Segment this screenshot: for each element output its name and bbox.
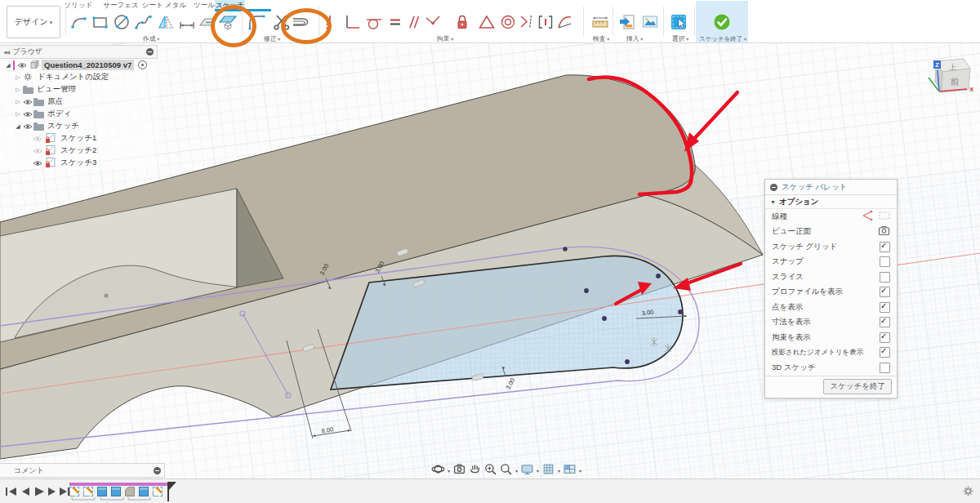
expander-icon[interactable]: ▷: [13, 87, 23, 93]
tree-row-bodies[interactable]: ▷ ボディ: [0, 108, 158, 120]
root-document-label[interactable]: Question4_20210509 v7: [42, 60, 134, 70]
lock-icon[interactable]: [452, 11, 473, 33]
eye-icon[interactable]: [23, 111, 33, 118]
concentric-constraint-icon[interactable]: [497, 11, 519, 33]
checkbox[interactable]: [880, 317, 890, 327]
tree-row-document-settings[interactable]: ▷ ドキュメントの設定: [0, 71, 158, 83]
eye-icon[interactable]: [23, 123, 33, 130]
checkbox[interactable]: [880, 347, 890, 358]
tree-row-sketches[interactable]: ◢ スケッチ: [0, 120, 158, 132]
checkbox[interactable]: [880, 272, 890, 283]
chevron-down-icon[interactable]: ▾: [448, 468, 450, 474]
tree-row-root[interactable]: ◢ Question4_20210509 v7: [0, 59, 158, 71]
eye-icon[interactable]: [17, 62, 28, 69]
insert-image-icon[interactable]: [639, 11, 661, 33]
select-icon[interactable]: [668, 11, 689, 33]
fix-constraint-icon[interactable]: [322, 11, 343, 33]
tree-row-sketch1[interactable]: スケッチ1: [0, 132, 158, 145]
viewports-icon[interactable]: [563, 462, 577, 479]
expander-icon[interactable]: ◢: [13, 123, 23, 130]
tree-row-view-management[interactable]: ▷ ビュー管理: [0, 83, 158, 96]
coincident-constraint-icon[interactable]: [422, 11, 443, 33]
construction-line-icon[interactable]: [879, 211, 890, 222]
tree-row-sketch3[interactable]: スケッチ3: [0, 157, 158, 169]
checkbox[interactable]: [880, 287, 890, 297]
midpoint-constraint-icon[interactable]: [535, 11, 556, 33]
activate-radio[interactable]: [138, 60, 147, 69]
pan-icon[interactable]: [468, 462, 482, 479]
tab-solid[interactable]: ソリッド: [62, 0, 95, 11]
measure-icon[interactable]: [590, 11, 611, 33]
chevron-down-icon[interactable]: ▾: [558, 468, 560, 474]
panel-minus-icon[interactable]: [154, 467, 161, 474]
display-settings-icon[interactable]: [520, 462, 534, 479]
look-at-icon[interactable]: [452, 462, 466, 479]
timeline-playhead[interactable]: [166, 481, 177, 502]
chevron-down-icon[interactable]: ▾: [579, 468, 581, 474]
panel-minus-icon[interactable]: [146, 48, 154, 56]
chevron-down-icon[interactable]: ▾: [537, 468, 539, 474]
checkbox[interactable]: [880, 302, 890, 313]
palette-header[interactable]: スケッチ パレット: [765, 180, 897, 195]
design-menu-button[interactable]: デザイン: [7, 6, 60, 38]
palette-section-options[interactable]: ▼ オプション: [765, 195, 897, 209]
group-label-constraints[interactable]: 拘束: [416, 35, 474, 42]
triangle-constraint-icon[interactable]: [476, 11, 497, 33]
expander-icon[interactable]: ▷: [13, 111, 23, 118]
eye-icon[interactable]: [23, 99, 33, 105]
timeline-feature-sketch[interactable]: [69, 487, 79, 496]
orbit-icon[interactable]: [431, 462, 445, 479]
grid-display-icon[interactable]: [541, 462, 555, 479]
tangent-constraint-icon[interactable]: [363, 11, 385, 33]
gear-icon[interactable]: [962, 485, 974, 501]
timeline-feature-extrude[interactable]: [111, 487, 121, 496]
dimension-icon[interactable]: [176, 11, 198, 33]
finish-sketch-palette-button[interactable]: スケッチを終了: [823, 379, 892, 394]
rectangle-icon[interactable]: [90, 11, 111, 33]
panel-minus-icon[interactable]: [770, 184, 777, 191]
timeline-feature-extrude[interactable]: [139, 487, 149, 496]
tree-row-sketch2[interactable]: スケッチ2: [0, 145, 158, 157]
timeline-feature-extrude[interactable]: [97, 487, 107, 496]
circle-diameter-icon[interactable]: [111, 11, 132, 33]
offset-icon[interactable]: [290, 11, 311, 33]
spline-icon[interactable]: [133, 11, 154, 33]
tab-surface[interactable]: サーフェス: [100, 0, 142, 11]
timeline-feature-fillet[interactable]: [125, 487, 135, 496]
finish-sketch-icon[interactable]: [711, 11, 733, 33]
expander-icon[interactable]: ◢: [3, 62, 13, 69]
zoom-icon[interactable]: [483, 462, 497, 479]
group-label-create[interactable]: 作成: [122, 35, 180, 42]
eye-off-icon[interactable]: [33, 136, 43, 142]
tab-sheetmetal[interactable]: シート メタル: [139, 0, 189, 11]
checkbox[interactable]: [880, 363, 890, 373]
eye-off-icon[interactable]: [33, 148, 43, 154]
tree-row-origin[interactable]: ▷ 原点: [0, 96, 158, 108]
chevron-down-icon[interactable]: ▾: [515, 468, 518, 474]
perpendicular-constraint-icon[interactable]: [342, 11, 363, 33]
checkbox[interactable]: [880, 332, 890, 343]
finish-sketch-button[interactable]: スケッチを終了: [691, 35, 755, 42]
insert-svg-icon[interactable]: [617, 11, 639, 33]
browser-header[interactable]: ◀◀ ブラウザ: [0, 45, 158, 59]
mirror-icon[interactable]: [155, 11, 176, 33]
centerline-icon[interactable]: [862, 211, 874, 222]
expander-icon[interactable]: ▷: [13, 74, 23, 81]
fit-icon[interactable]: [499, 462, 513, 479]
comment-panel[interactable]: コメント: [0, 463, 165, 478]
checkbox[interactable]: [880, 242, 890, 252]
curvature-constraint-icon[interactable]: [555, 11, 576, 33]
group-label-insert[interactable]: 挿入: [611, 35, 658, 42]
eye-icon[interactable]: [33, 160, 43, 167]
two-point-arc-icon[interactable]: [69, 11, 90, 33]
timeline-feature-sketch[interactable]: [83, 487, 93, 496]
timeline-playback-controls[interactable]: [5, 485, 70, 501]
timeline-feature-sketch[interactable]: [153, 487, 163, 496]
fillet-icon[interactable]: [247, 11, 268, 33]
collapse-icon[interactable]: ◀◀: [3, 49, 9, 55]
checkbox[interactable]: [880, 256, 890, 267]
parallel-constraint-icon[interactable]: [403, 11, 424, 33]
project-icon[interactable]: [217, 11, 238, 33]
expander-icon[interactable]: ▷: [13, 99, 23, 105]
look-at-icon[interactable]: [878, 225, 890, 238]
